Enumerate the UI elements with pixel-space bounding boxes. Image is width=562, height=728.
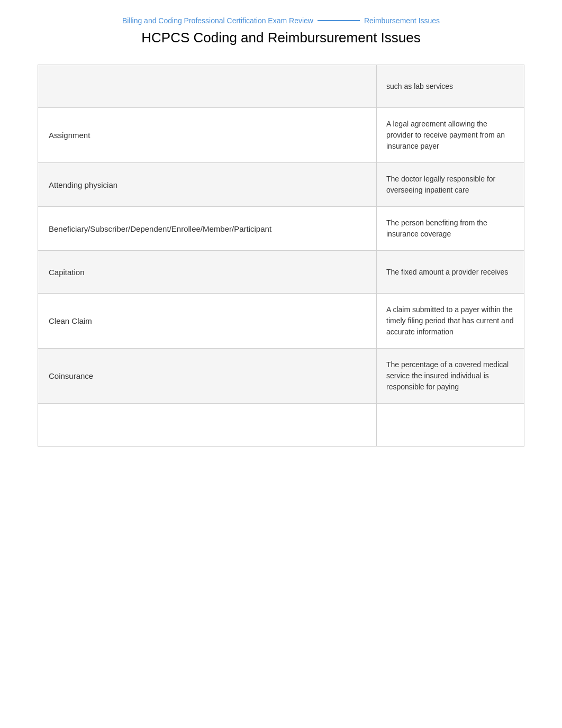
definition-cell: A claim submitted to a payer within the … bbox=[377, 294, 524, 348]
term-cell bbox=[38, 65, 377, 107]
definition-cell: The doctor legally responsible for overs… bbox=[377, 163, 524, 206]
term-cell: Capitation bbox=[38, 251, 377, 293]
definition-cell: A legal agreement allowing the provider … bbox=[377, 108, 524, 162]
table-row: Clean ClaimA claim submitted to a payer … bbox=[38, 293, 524, 348]
definition-cell: The person benefiting from the insurance… bbox=[377, 207, 524, 250]
table-row: Attending physicianThe doctor legally re… bbox=[38, 162, 524, 206]
term-cell: Coinsurance bbox=[38, 349, 377, 403]
term-cell bbox=[38, 404, 377, 446]
table-row: CapitationThe fixed amount a provider re… bbox=[38, 250, 524, 293]
table-row: such as lab services bbox=[38, 65, 524, 107]
term-cell: Assignment bbox=[38, 108, 377, 162]
definition-cell bbox=[377, 404, 524, 446]
definition-cell: The fixed amount a provider receives bbox=[377, 251, 524, 293]
table-row: CoinsuranceThe percentage of a covered m… bbox=[38, 348, 524, 403]
page-title: HCPCS Coding and Reimbursurement Issues bbox=[11, 30, 551, 46]
breadcrumb-part1[interactable]: Billing and Coding Professional Certific… bbox=[122, 16, 313, 25]
definition-cell: The percentage of a covered medical serv… bbox=[377, 349, 524, 403]
table-row: AssignmentA legal agreement allowing the… bbox=[38, 107, 524, 162]
breadcrumb-part2[interactable]: Reimbursement Issues bbox=[364, 16, 440, 25]
breadcrumb-underline-icon bbox=[318, 20, 360, 21]
term-cell: Beneficiary/Subscriber/Dependent/Enrolle… bbox=[38, 207, 377, 250]
flashcard-table: such as lab servicesAssignmentA legal ag… bbox=[38, 65, 524, 447]
page-container: Billing and Coding Professional Certific… bbox=[0, 0, 562, 447]
term-cell: Attending physician bbox=[38, 163, 377, 206]
table-row bbox=[38, 403, 524, 447]
definition-cell: such as lab services bbox=[377, 65, 524, 107]
page-header: Billing and Coding Professional Certific… bbox=[0, 0, 562, 54]
breadcrumb: Billing and Coding Professional Certific… bbox=[11, 16, 551, 25]
table-row: Beneficiary/Subscriber/Dependent/Enrolle… bbox=[38, 206, 524, 250]
term-cell: Clean Claim bbox=[38, 294, 377, 348]
